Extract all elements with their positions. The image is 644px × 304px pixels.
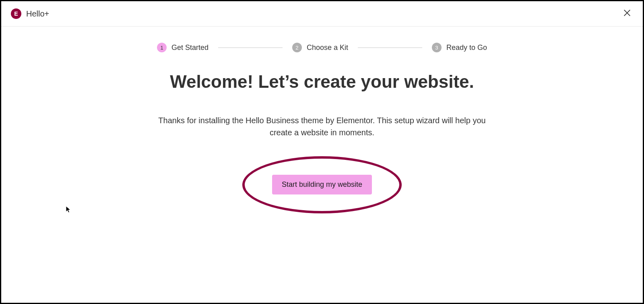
step-label: Ready to Go bbox=[446, 43, 487, 52]
header-bar: E Hello+ bbox=[1, 1, 643, 27]
page-heading: Welcome! Let’s create your website. bbox=[170, 72, 474, 92]
step-connector bbox=[218, 48, 283, 48]
logo-glyph: E bbox=[14, 10, 18, 17]
step-ready-to-go[interactable]: 3 Ready to Go bbox=[432, 43, 487, 52]
content-area: 1 Get Started 2 Choose a Kit 3 Ready to … bbox=[1, 27, 643, 211]
app-title: Hello+ bbox=[26, 9, 49, 19]
cta-wrapper: Start building my website bbox=[272, 175, 372, 194]
start-building-button[interactable]: Start building my website bbox=[272, 175, 372, 194]
step-label: Choose a Kit bbox=[307, 43, 348, 52]
step-label: Get Started bbox=[171, 43, 208, 52]
step-connector bbox=[358, 48, 422, 48]
elementor-logo-icon: E bbox=[11, 8, 21, 19]
page-description: Thanks for installing the Hello Business… bbox=[157, 114, 487, 139]
close-icon[interactable] bbox=[621, 7, 633, 21]
step-number: 2 bbox=[292, 43, 302, 52]
step-number: 3 bbox=[432, 43, 442, 52]
step-number: 1 bbox=[157, 43, 167, 52]
wizard-stepper: 1 Get Started 2 Choose a Kit 3 Ready to … bbox=[157, 43, 487, 52]
header-left: E Hello+ bbox=[11, 8, 49, 19]
step-choose-kit[interactable]: 2 Choose a Kit bbox=[292, 43, 348, 52]
step-get-started[interactable]: 1 Get Started bbox=[157, 43, 208, 52]
